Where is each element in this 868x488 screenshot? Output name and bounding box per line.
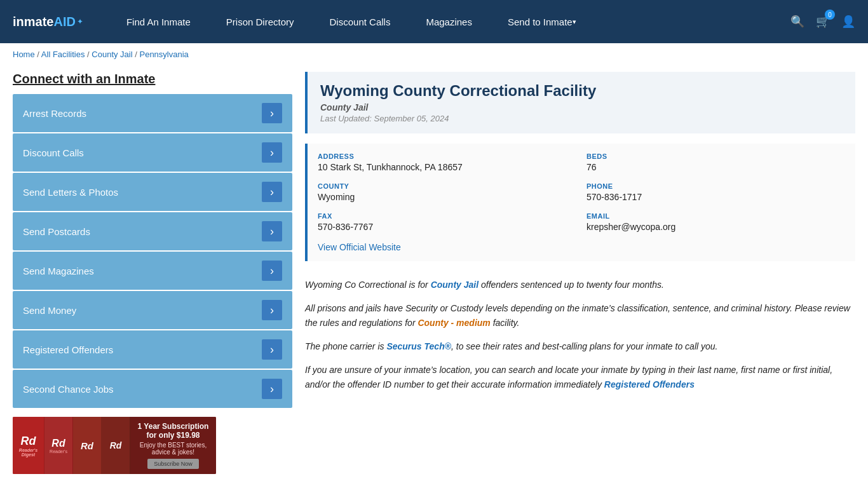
fax-field: FAX 570-836-7767 (318, 212, 576, 232)
facility-description: Wyoming Co Correctional is for County Ja… (305, 271, 855, 408)
nav-discount-calls[interactable]: Discount Calls (312, 0, 409, 43)
phone-label: PHONE (587, 182, 845, 190)
nav-prison-directory[interactable]: Prison Directory (208, 0, 312, 43)
arrow-icon: › (262, 300, 282, 320)
para1-prefix: Wyoming Co Correctional is for (305, 280, 431, 290)
county-field: COUNTY Wyoming (318, 182, 576, 202)
arrow-icon: › (262, 261, 282, 281)
nav-find-inmate[interactable]: Find An Inmate (109, 0, 208, 43)
website-field: View Official Website (318, 242, 845, 252)
address-field: ADDRESS 10 Stark St, Tunkhannock, PA 186… (318, 152, 576, 172)
phone-value: 570-836-1717 (587, 192, 845, 202)
county-jail-link[interactable]: County Jail (431, 280, 478, 290)
user-icon[interactable]: 👤 (841, 15, 855, 29)
sidebar-item-arrest-records[interactable]: Arrest Records › (13, 94, 292, 132)
breadcrumb-county-jail[interactable]: County Jail (92, 50, 132, 59)
header-icons: 🔍 🛒 0 👤 (790, 15, 855, 29)
arrow-icon: › (262, 142, 282, 163)
sidebar-item-send-magazines[interactable]: Send Magazines › (13, 252, 292, 290)
arrow-icon: › (262, 379, 282, 399)
sidebar: Connect with an Inmate Arrest Records › … (13, 72, 292, 474)
cart-icon[interactable]: 🛒 0 (816, 15, 830, 29)
facility-name: Wyoming County Correctional Facility (320, 82, 843, 100)
email-label: EMAIL (587, 212, 845, 220)
description-para1: Wyoming Co Correctional is for County Ja… (305, 278, 855, 292)
site-header: inmate AID ✦ Find An Inmate Prison Direc… (0, 0, 868, 43)
county-value: Wyoming (318, 192, 576, 202)
sidebar-item-label: Second Chance Jobs (23, 384, 114, 395)
para1-suffix: offenders sentenced up to twenty four mo… (478, 280, 664, 290)
arrow-icon: › (262, 103, 282, 123)
breadcrumb-pennsylvania[interactable]: Pennsylvania (139, 50, 188, 59)
arrow-icon: › (262, 339, 282, 360)
sidebar-advertisement[interactable]: Rd Reader's Digest Rd Reader's Rd Rd 1 Y (13, 417, 292, 474)
sidebar-item-label: Send Money (23, 305, 76, 316)
beds-field: BEDS 76 (587, 152, 845, 172)
description-para2: All prisons and jails have Security or C… (305, 301, 855, 330)
phone-field: PHONE 570-836-1717 (587, 182, 845, 202)
address-value: 10 Stark St, Tunkhannock, PA 18657 (318, 162, 576, 172)
sidebar-item-discount-calls[interactable]: Discount Calls › (13, 133, 292, 172)
breadcrumb-home[interactable]: Home (13, 50, 35, 59)
sidebar-item-second-chance-jobs[interactable]: Second Chance Jobs › (13, 370, 292, 408)
search-icon[interactable]: 🔍 (790, 15, 804, 29)
main-container: Connect with an Inmate Arrest Records › … (0, 65, 868, 480)
registered-offenders-link[interactable]: Registered Offenders (604, 379, 695, 390)
sidebar-item-send-postcards[interactable]: Send Postcards › (13, 212, 292, 250)
description-para3: The phone carrier is Securus Tech®, to s… (305, 339, 855, 354)
beds-label: BEDS (587, 152, 845, 160)
facility-updated: Last Updated: September 05, 2024 (320, 114, 843, 123)
para4-text: If you are unsure of your inmate’s locat… (305, 365, 832, 390)
sidebar-menu: Arrest Records › Discount Calls › Send L… (13, 94, 292, 408)
email-value: krepsher@wycopa.org (587, 222, 845, 232)
sidebar-item-label: Send Postcards (23, 226, 90, 237)
nav-send-to-inmate[interactable]: Send to Inmate (490, 0, 594, 43)
address-label: ADDRESS (318, 152, 576, 160)
county-medium-link[interactable]: County - medium (417, 318, 490, 328)
description-para4: If you are unsure of your inmate’s locat… (305, 363, 855, 392)
para2-suffix: facility. (491, 318, 520, 328)
main-nav: Find An Inmate Prison Directory Discount… (109, 0, 790, 43)
securus-tech-link[interactable]: Securus Tech® (386, 341, 451, 351)
cart-badge: 0 (825, 10, 835, 20)
sidebar-item-label: Registered Offenders (23, 344, 113, 355)
arrow-icon: › (262, 182, 282, 202)
fax-value: 570-836-7767 (318, 222, 576, 232)
beds-value: 76 (587, 162, 845, 172)
sidebar-item-label: Send Letters & Photos (23, 187, 118, 198)
breadcrumb: Home / All Facilities / County Jail / Pe… (0, 43, 868, 65)
para3-prefix: The phone carrier is (305, 341, 386, 351)
view-website-link[interactable]: View Official Website (318, 242, 401, 252)
nav-magazines[interactable]: Magazines (408, 0, 490, 43)
arrow-icon: › (262, 221, 282, 241)
sidebar-item-label: Send Magazines (23, 266, 94, 276)
breadcrumb-all-facilities[interactable]: All Facilities (41, 50, 85, 59)
main-content: Wyoming County Correctional Facility Cou… (305, 72, 855, 474)
county-label: COUNTY (318, 182, 576, 190)
sidebar-title: Connect with an Inmate (13, 72, 292, 86)
para2-text: All prisons and jails have Security or C… (305, 303, 850, 328)
sidebar-item-label: Arrest Records (23, 108, 86, 119)
logo[interactable]: inmate AID ✦ (13, 15, 83, 29)
sidebar-item-send-money[interactable]: Send Money › (13, 291, 292, 329)
sidebar-item-send-letters[interactable]: Send Letters & Photos › (13, 173, 292, 211)
email-field: EMAIL krepsher@wycopa.org (587, 212, 845, 232)
facility-type: County Jail (320, 102, 843, 112)
facility-info-grid: ADDRESS 10 Stark St, Tunkhannock, PA 186… (305, 144, 855, 261)
sidebar-item-label: Discount Calls (23, 147, 84, 158)
sidebar-item-registered-offenders[interactable]: Registered Offenders › (13, 330, 292, 369)
facility-header: Wyoming County Correctional Facility Cou… (305, 72, 855, 133)
para3-suffix: , to see their rates and best-calling pl… (451, 341, 717, 351)
fax-label: FAX (318, 212, 576, 220)
